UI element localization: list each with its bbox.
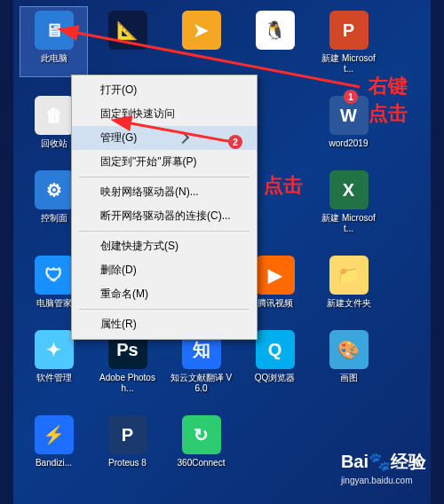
icon-label: 新建 Microsoft...	[317, 213, 380, 234]
menu-separator	[79, 309, 250, 310]
annotation-click-2: 点击	[264, 172, 303, 199]
menu-item-pin-quick[interactable]: 固定到快速访问	[72, 102, 257, 126]
menu-item-props[interactable]: 属性(R)	[72, 312, 257, 336]
icon-label: Adobe Photosh...	[96, 373, 159, 394]
desktop-icon-app2[interactable]: 📐	[94, 7, 161, 76]
menu-separator	[79, 177, 250, 177]
desktop-icon-blank7[interactable]	[242, 412, 308, 470]
icon-label: Bandizi...	[36, 458, 72, 469]
icon-label: QQ浏览器	[255, 373, 296, 383]
icon-label: 此电脑	[41, 53, 67, 64]
desktop-icon-360connect[interactable]: ↻360Connect	[168, 412, 234, 470]
recycle-icon: 🗑	[35, 96, 74, 135]
proteus-icon: P	[108, 415, 147, 454]
icon-label: 新建文件夹	[327, 298, 371, 309]
excel-icon: X	[329, 170, 369, 209]
menu-item-map-drive[interactable]: 映射网络驱动器(N)...	[72, 180, 257, 204]
control-icon: ⚙	[35, 170, 74, 209]
menu-item-open[interactable]: 打开(O)	[72, 78, 257, 102]
desktop-icon-bandizip[interactable]: ⚡Bandizi...	[20, 412, 87, 470]
badge-2: 2	[228, 135, 242, 149]
pic-icon: 🎨	[329, 330, 369, 369]
desktop-icon-proteus[interactable]: PProteus 8	[94, 412, 161, 470]
icon-label: 腾讯视频	[258, 298, 293, 309]
desktop-icon-qq[interactable]: 🐧	[242, 7, 308, 76]
icon-label: Proteus 8	[108, 458, 147, 469]
this-pc-icon: 🖥	[35, 11, 74, 50]
badge-1: 1	[344, 90, 358, 104]
menu-item-rename[interactable]: 重命名(M)	[72, 282, 257, 306]
app3-icon: ➤	[182, 11, 221, 50]
360connect-icon: ↻	[182, 415, 221, 454]
icon-label: 电脑管家	[36, 298, 72, 309]
desktop-icon-excel[interactable]: X新建 Microsoft...	[315, 167, 382, 236]
qq-browser-icon: Q	[256, 330, 295, 369]
guard-icon: 🛡	[35, 256, 74, 295]
bandizip-icon: ⚡	[35, 415, 74, 454]
menu-item-delete[interactable]: 删除(D)	[72, 258, 257, 282]
context-menu: 打开(O)固定到快速访问管理(G)固定到"开始"屏幕(P)映射网络驱动器(N).…	[71, 75, 258, 340]
desktop-icon-app3[interactable]: ➤	[168, 7, 234, 76]
annotation-click: 点击	[369, 100, 408, 127]
icon-label: 画图	[340, 373, 358, 383]
icon-label: 知云文献翻译 V6.0	[170, 373, 233, 394]
watermark: Bai🐾经验 jingyan.baidu.com	[341, 450, 426, 486]
icon-label: 新建 Microsoft...	[317, 53, 380, 75]
menu-item-pin-start[interactable]: 固定到"开始"屏幕(P)	[72, 150, 257, 174]
soft-mgr-icon: ✦	[35, 330, 74, 369]
menu-separator	[79, 231, 250, 232]
desktop-icon-pic[interactable]: 🎨画图	[315, 327, 382, 396]
app2-icon: 📐	[108, 11, 147, 50]
folder-icon: 📁	[329, 256, 369, 295]
icon-label: 软件管理	[36, 373, 72, 383]
desktop-icon-ppt[interactable]: P新建 Microsoft...	[315, 7, 382, 76]
icon-label: word2019	[329, 138, 369, 149]
tencent-video-icon: ▶	[256, 256, 295, 295]
icon-label: 控制面	[41, 213, 67, 224]
menu-item-shortcut[interactable]: 创建快捷方式(S)	[72, 234, 257, 258]
qq-icon: 🐧	[256, 11, 295, 50]
desktop-icon-this-pc[interactable]: 🖥此电脑	[20, 7, 87, 76]
annotation-right-click: 右键	[369, 73, 408, 99]
icon-label: 360Connect	[178, 458, 226, 469]
menu-item-disconnect[interactable]: 断开网络驱动器的连接(C)...	[72, 204, 257, 228]
ppt-icon: P	[329, 11, 369, 50]
icon-label: 回收站	[41, 138, 67, 149]
desktop-icon-folder[interactable]: 📁新建文件夹	[315, 252, 382, 311]
